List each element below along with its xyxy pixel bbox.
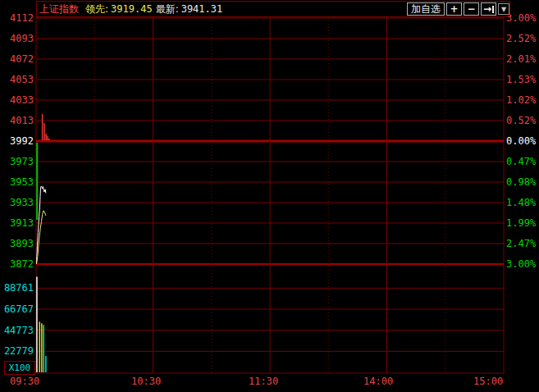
percent-axis-label: 2.47%	[506, 238, 539, 249]
skip-to-end-button[interactable]: →	[481, 2, 496, 16]
volume-axis-label: 22779	[0, 345, 34, 357]
percent-axis-label: 0.52%	[506, 115, 539, 126]
chart-header: 上证指数 领先: 3919.45 最新: 3941.31 加自选 + − → ▼	[36, 1, 510, 17]
price-axis-label: 4093	[0, 33, 34, 44]
volume-axis-label: 44773	[0, 325, 34, 336]
price-axis-label: 4033	[0, 94, 34, 106]
percent-axis-label: 1.53%	[506, 74, 539, 85]
time-axis-label: 09:30	[10, 376, 39, 387]
lead-label: 领先:	[85, 2, 108, 16]
price-axis-label: 3973	[0, 156, 34, 167]
minute-chart-canvas[interactable]	[0, 0, 539, 392]
percent-axis-label: 1.48%	[506, 197, 539, 208]
percent-axis-label: 1.02%	[506, 94, 539, 106]
volume-bar	[39, 321, 41, 372]
price-axis-label: 4013	[0, 115, 34, 126]
price-axis-label: 3872	[0, 258, 34, 270]
time-axis-label: 14:00	[363, 376, 393, 387]
price-axis-label: 4112	[0, 12, 34, 24]
volume-bar	[43, 325, 45, 372]
percent-axis-label: 0.00%	[506, 135, 539, 147]
price-axis-label: 3953	[0, 176, 34, 188]
lead-spike-bar	[42, 114, 43, 140]
toolbar: 加自选 + − → ▼	[405, 2, 509, 16]
minus-icon: −	[467, 3, 475, 15]
zoom-in-button[interactable]: +	[446, 2, 462, 16]
volume-unit-label: X100	[4, 361, 35, 375]
price-axis-label: 4072	[0, 53, 34, 65]
price-axis-label: 3913	[0, 217, 34, 229]
lead-value: 3919.45	[111, 3, 153, 15]
add-watchlist-button[interactable]: 加自选	[407, 2, 445, 16]
volume-axis-label: 66767	[0, 303, 34, 315]
percent-axis-label: 1.99%	[506, 217, 539, 229]
lead-spike-bar	[47, 136, 48, 140]
open-drop-bar	[36, 143, 38, 220]
page-title: 上证指数	[37, 2, 82, 16]
skip-bar-icon	[492, 6, 494, 13]
time-axis-label: 15:00	[473, 376, 503, 387]
percent-axis-label: 0.47%	[506, 156, 539, 167]
percent-axis-label: 2.01%	[506, 53, 539, 65]
price-axis-label: 3933	[0, 197, 34, 208]
lead-spike-bar	[43, 123, 45, 140]
latest-label: 最新:	[156, 2, 179, 16]
zoom-out-button[interactable]: −	[464, 2, 479, 16]
skip-to-end-icon: →	[483, 3, 491, 15]
latest-value: 3941.31	[181, 3, 223, 15]
price-axis-label: 4053	[0, 74, 34, 85]
lead-spike-bar	[45, 134, 47, 140]
percent-axis-label: 2.52%	[506, 33, 539, 44]
percent-axis-label: 3.00%	[506, 258, 539, 270]
time-axis-label: 10:30	[131, 376, 161, 387]
stock-minute-chart-app: 上证指数 领先: 3919.45 最新: 3941.31 加自选 + − → ▼…	[0, 0, 539, 392]
lead-spike-bar	[48, 139, 50, 140]
percent-axis-label: 3.00%	[506, 12, 539, 24]
volume-bar	[41, 323, 43, 372]
volume-bar	[36, 276, 38, 372]
plus-icon: +	[450, 3, 458, 15]
volume-bar	[45, 356, 47, 372]
percent-axis-label: 0.98%	[506, 176, 539, 188]
price-axis-label: 3893	[0, 238, 34, 249]
price-axis-label: 3992	[0, 135, 34, 147]
volume-axis-label: 88761	[0, 282, 34, 294]
time-axis-label: 11:30	[249, 376, 278, 387]
